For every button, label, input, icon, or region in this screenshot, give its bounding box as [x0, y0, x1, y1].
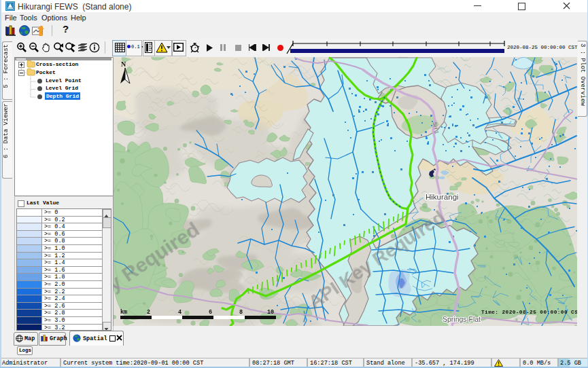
svg-text:2: 2 [147, 309, 150, 316]
svg-text:Time: 2020-08-25 00:00:00 CST: Time: 2020-08-25 00:00:00 CST [481, 310, 577, 315]
svg-text:Hikurangi: Hikurangi [426, 193, 459, 201]
svg-text:10: 10 [267, 309, 274, 316]
svg-text:6: 6 [209, 309, 212, 316]
svg-text:8: 8 [239, 309, 243, 316]
svg-text:km: km [120, 309, 127, 316]
svg-text:Springs Flat: Springs Flat [443, 315, 481, 323]
svg-text:N: N [121, 60, 126, 68]
svg-text:4: 4 [178, 309, 181, 316]
